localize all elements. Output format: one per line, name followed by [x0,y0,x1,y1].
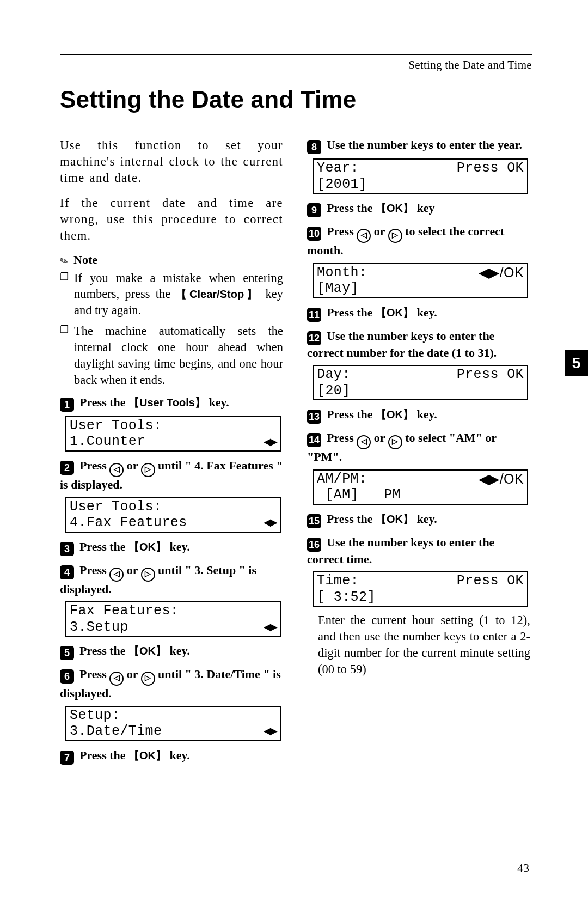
step-badge: 14 [307,433,321,447]
step-text: Press the OK key [327,201,435,215]
right-arrow-key-icon: ▷ [141,463,155,477]
t: Press the [79,540,128,553]
lcd-line2: 1.Counter [70,434,145,450]
t: or [124,459,140,472]
left-column: Use this function to set your machine's … [60,137,283,769]
step-badge: 4 [60,565,74,579]
right-arrow-key-icon: ▷ [141,672,155,686]
step-1: 1 Press the User Tools key. [60,395,283,412]
ok-key: OK [376,307,414,319]
note-item-1: If you make a mistake when entering numb… [60,270,283,319]
t: Press the [327,201,376,215]
lcd-line1a: Year: [317,160,359,176]
step-text: Press ◁ or ▷ until " 3. Date/Time " is d… [60,667,281,700]
step-badge: 8 [307,140,321,154]
lcd-line1: Fax Features: [70,603,179,619]
right-arrow-key-icon: ▷ [141,568,155,582]
step-badge: 9 [307,203,321,217]
t: or [124,563,140,577]
clear-stop-key: Clear/Stop [176,288,260,300]
step-badge: 11 [307,308,321,322]
lcd-line1b: Press OK [457,160,524,176]
lcd-line2: [ 3:52] [317,589,376,606]
step-text: Use the number keys to enter the correct… [307,535,494,566]
t: or [371,431,388,444]
step-text: Press the OK key. [327,512,437,526]
t: key. [167,540,190,553]
step-badge: 7 [60,751,74,765]
step-badge: 5 [60,646,74,660]
lcd-line1a: Time: [317,573,359,589]
lcd-line2: 4.Fax Features [70,515,187,531]
columns: Use this function to set your machine's … [60,137,532,769]
step-3: 3 Press the OK key. [60,539,283,556]
lcd-line1: Setup: [70,707,120,724]
lrok-indicator: ◀▶/OK [479,471,524,487]
section-tab: 5 [565,350,588,376]
lrok-indicator: ◀▶/OK [479,265,524,281]
t: Press the [79,748,128,762]
t: key. [414,512,437,526]
t: key [414,201,435,215]
step-text: Press the OK key. [327,407,437,421]
lcd-line1a: Month: [317,265,367,281]
step-badge: 12 [307,331,321,345]
step-16: 16 Use the number keys to enter the corr… [307,535,530,568]
step-text: Press ◁ or ▷ to select "AM" or "PM". [307,431,497,463]
lr-arrow-icon: ◀▶ [264,436,277,448]
step-badge: 6 [60,669,74,684]
step-text: Press the OK key. [327,306,437,319]
step-pre: Press the [79,395,128,409]
ok-key: OK [128,749,167,761]
t: Press [79,667,109,681]
step-post: key. [206,395,229,409]
t: Press the [79,644,128,657]
page-number: 43 [517,861,529,875]
t: Press [327,431,357,444]
lcd-line1: User Tools: [70,499,162,515]
step-badge: 13 [307,410,321,424]
lcd-line1: User Tools: [70,418,162,434]
t: key. [414,407,437,421]
step-4: 4 Press ◁ or ▷ until " 3. Setup " is dis… [60,563,283,597]
intro-paragraph-1: Use this function to set your machine's … [60,137,283,186]
user-tools-key: User Tools [128,396,206,408]
lcd-line2: [2001] [317,176,367,193]
trailer-paragraph: Enter the current hour setting (1 to 12)… [318,612,530,678]
step-text: Press the OK key. [79,540,190,553]
pencil-icon: ✎ [58,253,70,267]
lcd-line2: 3.Date/Time [70,723,162,740]
step-text: Press ◁ or ▷ until " 3. Setup " is displ… [60,563,256,596]
lcd-line1a: Day: [317,367,351,383]
lr-arrow-icon: ◀▶ [264,725,277,737]
step-14: 14 Press ◁ or ▷ to select "AM" or "PM". [307,430,530,465]
step-10: 10 Press ◁ or ▷ to select the correct mo… [307,224,530,259]
right-column: 8 Use the number keys to enter the year.… [307,137,530,769]
step-badge: 16 [307,538,321,552]
step-text: Use the number keys to enter the year. [327,138,522,151]
lcd-display-3: Fax Features: 3.Setup◀▶ [65,601,281,637]
lcd-line2: [20] [317,383,351,399]
step-15: 15 Press the OK key. [307,511,530,528]
step-text: Press the User Tools key. [79,395,229,409]
page-title: Setting the Date and Time [60,86,532,113]
t: or [371,224,388,238]
step-text: Press ◁ or ▷ to select the correct month… [307,224,504,257]
left-arrow-key-icon: ◁ [109,568,124,582]
step-badge: 3 [60,542,74,556]
ok-key: OK [376,408,414,420]
lcd-display-8: AM/PM:◀▶/OK [AM] PM [313,469,528,505]
lcd-display-2: User Tools: 4.Fax Features◀▶ [65,497,281,533]
lcd-line2: [May] [317,280,359,297]
lcd-line1b: Press OK [457,367,524,383]
step-2: 2 Press ◁ or ▷ until " 4. Fax Features "… [60,458,283,493]
t: key. [414,306,437,319]
step-6: 6 Press ◁ or ▷ until " 3. Date/Time " is… [60,667,283,701]
ok-key: OK [376,513,414,525]
step-badge: 2 [60,461,74,475]
step-8: 8 Use the number keys to enter the year. [307,137,530,154]
t: key. [167,644,190,657]
t: key. [167,748,190,762]
running-header: Setting the Date and Time [60,58,532,72]
t: Press [79,563,109,577]
